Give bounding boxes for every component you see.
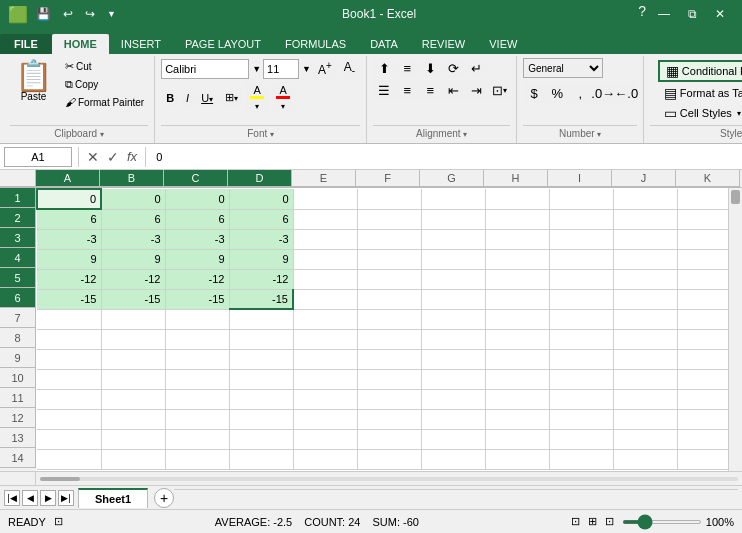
cell-G6[interactable] (421, 289, 485, 309)
col-header-E[interactable]: E (292, 170, 356, 187)
tab-page-layout[interactable]: PAGE LAYOUT (173, 34, 273, 54)
cell-J5[interactable] (613, 269, 677, 289)
name-box[interactable] (4, 147, 72, 167)
cell-B2[interactable]: 6 (101, 209, 165, 229)
cell-I2[interactable] (549, 209, 613, 229)
add-sheet-button[interactable]: + (154, 488, 174, 508)
zoom-slider[interactable] (622, 520, 702, 524)
row-header-10[interactable]: 10 (0, 368, 36, 388)
row-header-9[interactable]: 9 (0, 348, 36, 368)
cell-A2[interactable]: 6 (37, 209, 101, 229)
cell-E2[interactable] (293, 209, 357, 229)
cell-D1[interactable]: 0 (229, 189, 293, 209)
cell-A1[interactable]: 0 (37, 189, 101, 209)
cell-A5[interactable]: -12 (37, 269, 101, 289)
row-header-13[interactable]: 13 (0, 428, 36, 448)
cell-G4[interactable] (421, 249, 485, 269)
align-right-button[interactable]: ≡ (419, 80, 441, 100)
cell-styles-dropdown-icon[interactable]: ▾ (737, 109, 741, 118)
cell-I3[interactable] (549, 229, 613, 249)
row-header-7[interactable]: 7 (0, 308, 36, 328)
normal-view-icon[interactable]: ⊡ (571, 515, 580, 528)
cell-K6[interactable] (677, 289, 728, 309)
cell-B3[interactable]: -3 (101, 229, 165, 249)
quick-customize[interactable]: ▼ (103, 7, 120, 21)
cell-B4[interactable]: 9 (101, 249, 165, 269)
comma-button[interactable]: , (569, 83, 591, 103)
row-header-12[interactable]: 12 (0, 408, 36, 428)
row-header-5[interactable]: 5 (0, 268, 36, 288)
quick-undo[interactable]: ↩ (59, 5, 77, 23)
cell-J6[interactable] (613, 289, 677, 309)
sheet-nav-first[interactable]: |◀ (4, 490, 20, 506)
format-as-table-button[interactable]: ▤ Format as Table ▾ (658, 84, 742, 102)
tab-home[interactable]: HOME (52, 34, 109, 54)
cell-F5[interactable] (357, 269, 421, 289)
copy-button[interactable]: ⧉Copy (61, 76, 148, 93)
cell-K2[interactable] (677, 209, 728, 229)
col-header-K[interactable]: K (676, 170, 740, 187)
cell-K1[interactable] (677, 189, 728, 209)
cell-C3[interactable]: -3 (165, 229, 229, 249)
minimize-button[interactable]: — (650, 3, 678, 25)
paste-button[interactable]: 📋 Paste (10, 58, 57, 105)
tab-review[interactable]: REVIEW (410, 34, 477, 54)
underline-button[interactable]: U▾ (196, 90, 218, 106)
italic-button[interactable]: I (181, 90, 194, 106)
row-header-1[interactable]: 1 (0, 188, 36, 208)
sheet-nav-prev[interactable]: ◀ (22, 490, 38, 506)
status-macro-icon[interactable]: ⊡ (54, 515, 63, 528)
cell-B1[interactable]: 0 (101, 189, 165, 209)
cell-styles-button[interactable]: ▭ Cell Styles ▾ (658, 104, 742, 122)
cell-I6[interactable] (549, 289, 613, 309)
cell-A7[interactable] (37, 309, 101, 329)
cell-C1[interactable]: 0 (165, 189, 229, 209)
border-button[interactable]: ⊞▾ (220, 89, 243, 106)
number-format-select[interactable]: General Number Currency Percentage (523, 58, 603, 78)
col-header-F[interactable]: F (356, 170, 420, 187)
font-size-dropdown-icon[interactable]: ▼ (302, 64, 311, 74)
increase-indent-button[interactable]: ⇥ (465, 80, 487, 100)
formula-cancel-icon[interactable]: ✕ (85, 149, 101, 165)
row-header-11[interactable]: 11 (0, 388, 36, 408)
horizontal-scrollbar[interactable] (40, 477, 738, 481)
cell-D3[interactable]: -3 (229, 229, 293, 249)
help-button[interactable]: ? (638, 3, 646, 25)
cell-K3[interactable] (677, 229, 728, 249)
row-header-6[interactable]: 6 (0, 288, 36, 308)
decrease-decimal-button[interactable]: .0→ (592, 83, 614, 103)
tab-file[interactable]: FILE (0, 34, 52, 54)
cell-G1[interactable] (421, 189, 485, 209)
cell-A3[interactable]: -3 (37, 229, 101, 249)
font-name-dropdown-icon[interactable]: ▼ (252, 64, 261, 74)
close-button[interactable]: ✕ (706, 3, 734, 25)
fill-color-button[interactable]: A ▾ (245, 82, 269, 113)
cut-button[interactable]: ✂Cut (61, 58, 148, 75)
fill-dropdown-icon[interactable]: ▾ (255, 102, 259, 111)
tab-view[interactable]: VIEW (477, 34, 529, 54)
col-header-I[interactable]: I (548, 170, 612, 187)
restore-button[interactable]: ⧉ (678, 3, 706, 25)
cell-F3[interactable] (357, 229, 421, 249)
col-header-B[interactable]: B (100, 170, 164, 187)
cell-D5[interactable]: -12 (229, 269, 293, 289)
cell-C6[interactable]: -15 (165, 289, 229, 309)
col-header-H[interactable]: H (484, 170, 548, 187)
cell-D2[interactable]: 6 (229, 209, 293, 229)
cell-I4[interactable] (549, 249, 613, 269)
cell-E6[interactable] (293, 289, 357, 309)
align-top-button[interactable]: ⬆ (373, 58, 395, 78)
increase-font-button[interactable]: A+ (313, 58, 337, 79)
cell-B6[interactable]: -15 (101, 289, 165, 309)
col-header-C[interactable]: C (164, 170, 228, 187)
cell-H1[interactable] (485, 189, 549, 209)
cell-F2[interactable] (357, 209, 421, 229)
conditional-formatting-button[interactable]: ▦ Conditional Formatting ▾ (658, 60, 742, 82)
percent-button[interactable]: % (546, 83, 568, 103)
cell-K5[interactable] (677, 269, 728, 289)
decrease-font-button[interactable]: A- (339, 58, 360, 78)
font-size-input[interactable] (263, 59, 299, 79)
cell-F4[interactable] (357, 249, 421, 269)
row-header-2[interactable]: 2 (0, 208, 36, 228)
cell-I5[interactable] (549, 269, 613, 289)
